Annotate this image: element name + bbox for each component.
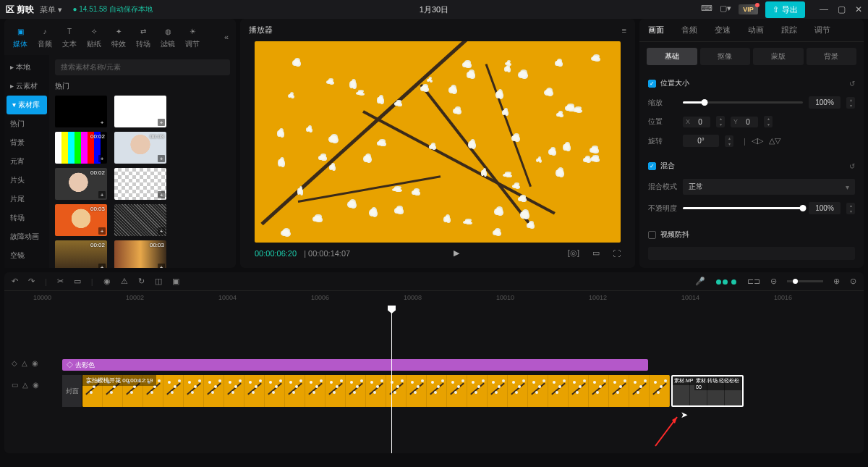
media-thumb-5[interactable]: + xyxy=(114,168,166,200)
shortcuts-icon[interactable]: ⌨ xyxy=(701,4,712,15)
props-tab-0[interactable]: 画面 xyxy=(639,19,673,41)
media-tab-6[interactable]: ◍滤镜 xyxy=(156,22,179,52)
close-button[interactable]: ✕ xyxy=(855,4,862,14)
search-input[interactable]: 搜索素材名称/元素 xyxy=(55,59,230,75)
media-thumb-2[interactable]: 00:02+ xyxy=(55,132,107,164)
maximize-button[interactable]: ▢ xyxy=(838,4,846,14)
sidebar-cat-4[interactable]: 背景 xyxy=(4,133,49,152)
fit-button[interactable]: ⊙ xyxy=(850,277,856,286)
position-size-checkbox[interactable] xyxy=(648,80,656,88)
pos-y-stepper[interactable]: ▴▾ xyxy=(764,116,773,127)
layout-icon[interactable]: ▢▾ xyxy=(720,4,731,15)
split-button[interactable]: ✂ xyxy=(57,277,64,286)
minimize-button[interactable]: — xyxy=(820,4,828,14)
media-tab-1[interactable]: ♪音频 xyxy=(33,22,56,52)
delete-button[interactable]: ▭ xyxy=(74,277,81,286)
props-tab-5[interactable]: 调节 xyxy=(806,19,839,41)
track-lock-icon[interactable]: ▭ xyxy=(12,381,18,389)
sidebar-cat-6[interactable]: 片头 xyxy=(4,171,49,190)
undo-button[interactable]: ↶ xyxy=(12,277,18,286)
sidebar-cat-8[interactable]: 转场 xyxy=(4,209,49,227)
media-thumb-9[interactable]: 00:03+ xyxy=(114,240,166,268)
main-menu[interactable]: 菜单 ▾ xyxy=(40,4,62,15)
track-mute-icon[interactable]: ◉ xyxy=(32,359,38,367)
video-clip-2[interactable]: 素材.MP 素材.转场.轻轻松松 00 xyxy=(671,375,744,407)
opacity-stepper[interactable]: ▴▾ xyxy=(846,203,855,214)
playhead[interactable] xyxy=(391,308,392,453)
safe-zone-icon[interactable]: [◎] xyxy=(568,248,579,258)
timeline-ruler[interactable]: 1000010002100041000610008100101001210014… xyxy=(4,291,864,308)
filter-clip[interactable]: ◇ 去彩色 xyxy=(62,359,648,371)
media-thumb-3[interactable]: 00:03+ xyxy=(114,132,166,164)
play-button[interactable]: ▶ xyxy=(454,248,459,258)
rotate-button[interactable]: ↻ xyxy=(138,277,145,286)
media-tab-3[interactable]: ✧贴纸 xyxy=(82,22,106,52)
flip-h-icon[interactable]: ◁▷ xyxy=(752,136,763,146)
sidebar-cat-2[interactable]: ▾ 素材库 xyxy=(7,96,47,114)
media-tab-2[interactable]: T文本 xyxy=(58,22,81,52)
vip-badge[interactable]: VIP xyxy=(739,4,758,14)
reset-blend-icon[interactable]: ↺ xyxy=(849,162,855,170)
track-lock-icon[interactable]: ◇ xyxy=(12,359,17,367)
sub-tab-1[interactable]: 抠像 xyxy=(700,48,751,65)
sidebar-cat-5[interactable]: 元宵 xyxy=(4,152,49,171)
position-y-input[interactable]: Y0 xyxy=(731,117,758,127)
preview-button[interactable]: ⚠ xyxy=(121,277,128,286)
snap-toggles[interactable] xyxy=(715,277,737,286)
props-tab-2[interactable]: 变速 xyxy=(706,19,739,41)
position-x-input[interactable]: X0 xyxy=(683,117,710,127)
media-tab-0[interactable]: ▣媒体 xyxy=(9,22,32,52)
sidebar-cat-7[interactable]: 片尾 xyxy=(4,190,49,209)
mic-button[interactable]: 🎤 xyxy=(695,277,705,286)
media-tab-5[interactable]: ⇄转场 xyxy=(132,22,155,52)
media-thumb-6[interactable]: 00:03+ xyxy=(55,204,107,236)
sidebar-cat-10[interactable]: 空镜 xyxy=(4,246,49,265)
ratio-icon[interactable]: ▭ xyxy=(592,248,600,258)
sub-tab-3[interactable]: 背景 xyxy=(807,48,857,65)
marker-button[interactable]: ◉ xyxy=(103,277,111,286)
sidebar-cat-1[interactable]: ▸ 云素材 xyxy=(4,77,49,96)
track-mute-icon[interactable]: ◉ xyxy=(33,381,39,389)
fullscreen-icon[interactable]: ⛶ xyxy=(613,249,621,258)
sidebar-cat-3[interactable]: 热门 xyxy=(4,114,49,133)
track-visible-icon[interactable]: △ xyxy=(22,381,28,389)
align-button[interactable]: ⊏⊐ xyxy=(747,277,760,286)
timeline-tracks[interactable]: ◇ △ ◉ ◇ 去彩色 ▭ △ ◉ 封面 实拍樱桃开花 00:00:12:19 … xyxy=(4,308,864,453)
crop-button[interactable]: ◫ xyxy=(155,277,162,286)
media-tab-7[interactable]: ☀调节 xyxy=(181,22,204,52)
zoom-out-button[interactable]: ⊝ xyxy=(770,277,777,286)
zoom-in-button[interactable]: ⊕ xyxy=(833,277,840,286)
reset-icon[interactable]: ↺ xyxy=(849,80,855,88)
sidebar-cat-9[interactable]: 故障动画 xyxy=(4,227,49,246)
media-thumb-4[interactable]: 00:02+ xyxy=(55,168,107,200)
sub-tab-0[interactable]: 基础 xyxy=(647,48,697,65)
media-thumb-7[interactable]: + xyxy=(114,204,166,236)
props-tab-1[interactable]: 音频 xyxy=(673,19,706,41)
pos-x-stepper[interactable]: ▴▾ xyxy=(716,116,725,127)
props-tab-4[interactable]: 跟踪 xyxy=(773,19,806,41)
redo-button[interactable]: ↷ xyxy=(28,277,35,286)
blend-mode-select[interactable]: 正常▾ xyxy=(683,179,855,195)
rotation-stepper[interactable]: ▴▾ xyxy=(725,135,733,147)
preview-canvas[interactable] xyxy=(255,41,621,243)
stabilize-checkbox[interactable] xyxy=(648,231,656,239)
scale-value[interactable]: 100% xyxy=(809,96,841,109)
cover-thumbnail[interactable]: 封面 xyxy=(62,375,82,407)
player-menu-icon[interactable]: ≡ xyxy=(622,26,626,35)
track-visible-icon[interactable]: △ xyxy=(22,359,27,367)
scale-slider[interactable] xyxy=(683,101,803,104)
export-button[interactable]: ⇧ 导出 xyxy=(765,1,805,18)
sub-tab-2[interactable]: 蒙版 xyxy=(753,48,804,65)
collapse-icon[interactable]: « xyxy=(221,30,231,44)
mirror-button[interactable]: ▣ xyxy=(172,277,179,286)
media-thumb-0[interactable]: + xyxy=(55,96,107,127)
blend-checkbox[interactable] xyxy=(648,162,656,170)
flip-v-icon[interactable]: △▽ xyxy=(769,136,780,146)
sidebar-cat-0[interactable]: ▸ 本地 xyxy=(4,58,49,77)
sidebar-cat-11[interactable]: 情绪爆梗 xyxy=(4,265,49,268)
media-thumb-8[interactable]: 00:02+ xyxy=(55,240,107,268)
video-clip-1[interactable]: 实拍樱桃开花 00:00:12:19 xyxy=(82,375,670,407)
opacity-slider[interactable] xyxy=(683,207,803,209)
media-thumb-1[interactable]: + xyxy=(114,96,166,127)
rotation-value[interactable]: 0° xyxy=(683,135,719,147)
